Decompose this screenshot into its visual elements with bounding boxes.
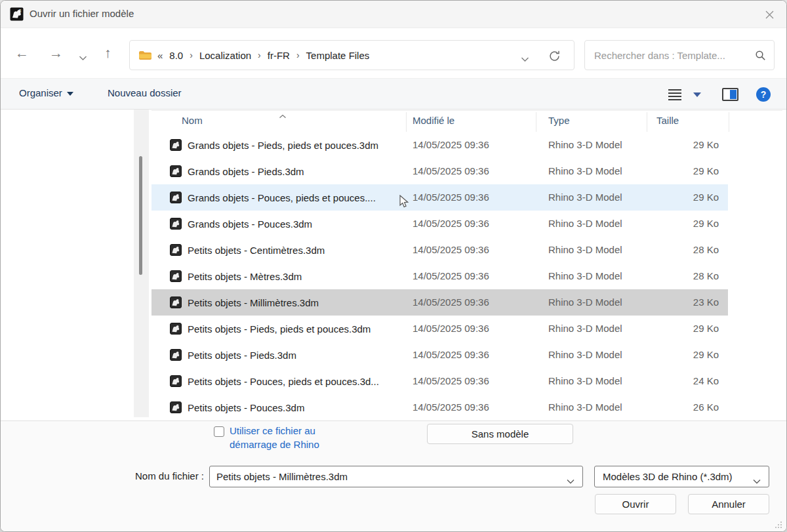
help-icon[interactable]: ? <box>756 87 771 102</box>
file-size: 29 Ko <box>693 316 719 342</box>
mouse-cursor <box>399 195 410 209</box>
rhino-file-icon <box>170 218 182 230</box>
file-name-cell: Grands objets - Pieds.3dm <box>170 158 304 184</box>
open-label: Ouvrir <box>622 499 649 510</box>
cancel-button[interactable]: Annuler <box>688 494 769 514</box>
file-row[interactable]: Petits objets - Pieds, pieds et pouces.3… <box>151 316 728 342</box>
column-header-date[interactable]: Modifié le <box>413 115 454 126</box>
navigation-pane <box>2 110 134 420</box>
organize-label: Organiser <box>19 87 62 98</box>
file-type: Rhino 3-D Model <box>548 342 622 368</box>
rhino-file-icon <box>170 165 182 177</box>
column-header-name[interactable]: Nom <box>182 115 203 126</box>
file-name: Petits objets - Pieds.3dm <box>188 350 296 361</box>
file-row[interactable]: Petits objets - Mètres.3dm 14/05/2025 09… <box>151 263 728 289</box>
scrollbar-thumb[interactable] <box>139 156 142 275</box>
breadcrumb-separator-icon: › <box>296 50 300 60</box>
folder-icon <box>138 50 152 61</box>
file-type: Rhino 3-D Model <box>548 237 622 263</box>
column-divider[interactable] <box>647 112 647 132</box>
filetype-select[interactable]: Modèles 3D de Rhino (*.3dm) <box>594 466 769 487</box>
file-row[interactable]: Petits objets - Pieds.3dm 14/05/2025 09:… <box>151 342 728 368</box>
rhino-app-icon: 8 <box>10 7 24 21</box>
search-input[interactable] <box>594 50 755 61</box>
breadcrumb-segment[interactable]: Localization <box>199 50 251 61</box>
file-name-cell: Petits objets - Pouces.3dm <box>170 394 304 420</box>
open-button[interactable]: Ouvrir <box>595 494 676 514</box>
preview-pane-fill <box>730 90 737 99</box>
file-size: 29 Ko <box>693 184 719 211</box>
file-list: Grands objets - Pieds, pieds et pouces.3… <box>151 132 728 420</box>
file-row[interactable]: Petits objets - Millimètres.3dm 14/05/20… <box>151 289 728 316</box>
file-name: Petits objets - Pouces.3dm <box>188 402 304 413</box>
resize-grip[interactable] <box>774 520 782 529</box>
file-row[interactable]: Petits objets - Pouces, pieds et pouces.… <box>151 368 728 394</box>
view-dropdown-chevron-icon[interactable] <box>693 92 701 97</box>
rhino-file-icon <box>170 375 182 387</box>
breadcrumb-segment[interactable]: 8.0 <box>169 50 183 61</box>
preview-pane-icon[interactable] <box>722 88 738 101</box>
file-date: 14/05/2025 09:36 <box>413 394 489 420</box>
file-name: Petits objets - Mètres.3dm <box>188 271 302 282</box>
file-name-cell: Grands objets - Pouces.3dm <box>170 211 312 237</box>
open-file-dialog: 8 Ouvrir un fichier modèle ← → ↑ « 8.0 ›… <box>0 0 787 532</box>
search-icon <box>755 50 766 61</box>
column-header-size[interactable]: Taille <box>656 115 679 126</box>
file-name-cell: Petits objets - Millimètres.3dm <box>170 289 319 316</box>
file-type: Rhino 3-D Model <box>548 211 622 237</box>
column-header-type[interactable]: Type <box>548 115 570 126</box>
breadcrumb-separator-icon: › <box>258 50 261 60</box>
column-divider[interactable] <box>406 112 407 132</box>
file-size: 29 Ko <box>693 342 719 368</box>
filename-input[interactable] <box>210 471 582 482</box>
startup-checkbox[interactable] <box>214 426 224 437</box>
recent-locations-chevron-icon[interactable] <box>79 52 87 64</box>
rhino-file-icon <box>170 297 182 308</box>
file-row[interactable]: Grands objets - Pouces.3dm 14/05/2025 09… <box>151 211 728 237</box>
breadcrumb-dropdown-chevron-icon[interactable] <box>521 53 529 65</box>
no-template-button[interactable]: Sans modèle <box>427 424 573 444</box>
navpane-scrollbar[interactable] <box>134 110 149 417</box>
search-box[interactable] <box>584 40 775 70</box>
close-button[interactable] <box>760 6 778 23</box>
file-row[interactable]: Petits objets - Centimètres.3dm 14/05/20… <box>151 237 728 263</box>
file-name-cell: Petits objets - Mètres.3dm <box>170 263 302 289</box>
file-row[interactable]: Grands objets - Pouces, pieds et pouces.… <box>151 184 728 211</box>
refresh-icon[interactable] <box>548 50 561 65</box>
breadcrumb[interactable]: « 8.0 › Localization › fr-FR › Template … <box>129 40 575 70</box>
breadcrumb-segment[interactable]: Template Files <box>306 50 370 61</box>
file-date: 14/05/2025 09:36 <box>413 289 489 316</box>
file-name: Petits objets - Pieds, pieds et pouces.3… <box>188 323 371 335</box>
new-folder-button[interactable]: Nouveau dossier <box>108 87 182 98</box>
file-size: 29 Ko <box>693 132 719 158</box>
file-row[interactable]: Petits objets - Pouces.3dm 14/05/2025 09… <box>151 394 728 420</box>
rhino-file-icon <box>170 139 182 151</box>
column-divider[interactable] <box>729 112 729 132</box>
file-type: Rhino 3-D Model <box>548 132 622 158</box>
file-date: 14/05/2025 09:36 <box>413 237 489 263</box>
file-list-area: Nom Modifié le Type Taille Grands objets… <box>149 110 786 420</box>
file-type: Rhino 3-D Model <box>548 368 622 394</box>
file-size: 28 Ko <box>693 237 719 263</box>
file-row[interactable]: Grands objets - Pieds.3dm 14/05/2025 09:… <box>151 158 728 184</box>
up-icon[interactable]: ↑ <box>104 43 111 64</box>
forward-icon[interactable]: → <box>49 43 63 64</box>
filename-combobox[interactable] <box>209 466 583 487</box>
rhino-file-icon <box>170 192 182 203</box>
header-top-divider <box>151 110 782 111</box>
column-divider[interactable] <box>536 112 536 132</box>
file-name: Grands objets - Pouces, pieds et pouces.… <box>188 192 376 203</box>
file-name: Grands objets - Pieds.3dm <box>188 166 304 177</box>
startup-checkbox-label[interactable]: Utiliser ce fichier au démarrage de Rhin… <box>230 424 351 451</box>
footer: Utiliser ce fichier au démarrage de Rhin… <box>1 420 786 532</box>
rhino-file-icon <box>170 401 182 413</box>
filename-combobox-chevron-icon[interactable] <box>567 475 575 487</box>
chevrons-left-icon[interactable]: « <box>157 50 163 61</box>
file-row[interactable]: Grands objets - Pieds, pieds et pouces.3… <box>151 132 728 158</box>
back-icon[interactable]: ← <box>15 43 29 64</box>
command-toolbar: Organiser Nouveau dossier ? <box>1 78 786 110</box>
list-view-icon[interactable] <box>668 89 681 100</box>
organize-button[interactable]: Organiser <box>19 87 73 98</box>
breadcrumb-segment[interactable]: fr-FR <box>268 50 290 61</box>
file-name-cell: Grands objets - Pouces, pieds et pouces.… <box>170 184 376 211</box>
